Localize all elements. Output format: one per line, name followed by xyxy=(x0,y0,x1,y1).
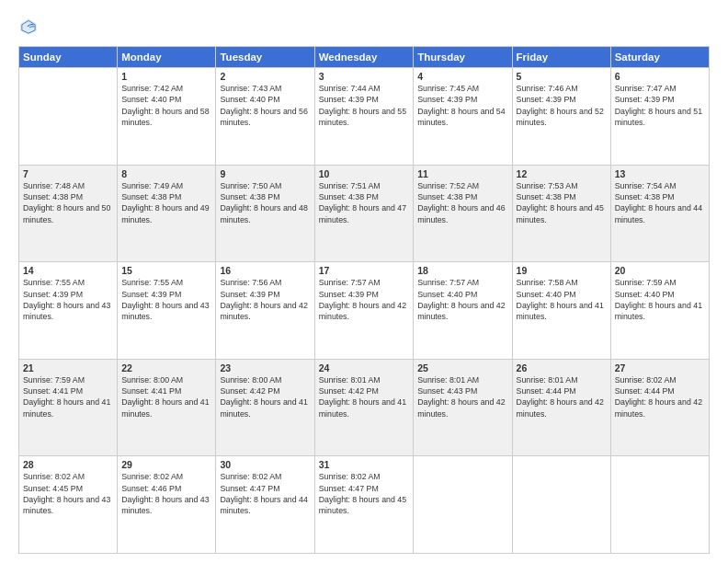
day-number: 27 xyxy=(615,362,705,373)
col-wednesday: Wednesday xyxy=(314,47,414,68)
day-info: Sunrise: 7:44 AM Sunset: 4:39 PM Dayligh… xyxy=(319,83,410,128)
day-cell: 27Sunrise: 8:02 AM Sunset: 4:44 PM Dayli… xyxy=(610,359,709,456)
day-cell xyxy=(610,456,709,554)
day-info: Sunrise: 7:43 AM Sunset: 4:40 PM Dayligh… xyxy=(220,83,310,128)
day-cell: 19Sunrise: 7:58 AM Sunset: 4:40 PM Dayli… xyxy=(512,262,610,360)
day-number: 12 xyxy=(517,168,607,179)
day-number: 19 xyxy=(517,265,607,276)
logo xyxy=(18,17,40,37)
page: Sunday Monday Tuesday Wednesday Thursday… xyxy=(0,0,728,563)
day-number: 2 xyxy=(220,71,310,82)
day-cell: 16Sunrise: 7:56 AM Sunset: 4:39 PM Dayli… xyxy=(216,262,314,360)
day-cell: 7Sunrise: 7:48 AM Sunset: 4:38 PM Daylig… xyxy=(19,165,118,262)
calendar-table: Sunday Monday Tuesday Wednesday Thursday… xyxy=(18,46,710,554)
day-cell: 14Sunrise: 7:55 AM Sunset: 4:39 PM Dayli… xyxy=(19,262,118,360)
day-info: Sunrise: 7:52 AM Sunset: 4:38 PM Dayligh… xyxy=(417,180,507,225)
col-saturday: Saturday xyxy=(610,47,709,68)
day-cell: 21Sunrise: 7:59 AM Sunset: 4:41 PM Dayli… xyxy=(19,359,118,456)
day-info: Sunrise: 8:00 AM Sunset: 4:41 PM Dayligh… xyxy=(121,374,211,419)
day-info: Sunrise: 7:59 AM Sunset: 4:41 PM Dayligh… xyxy=(23,374,113,419)
day-cell: 12Sunrise: 7:53 AM Sunset: 4:38 PM Dayli… xyxy=(512,165,610,262)
day-info: Sunrise: 7:56 AM Sunset: 4:39 PM Dayligh… xyxy=(220,277,310,322)
day-info: Sunrise: 7:46 AM Sunset: 4:39 PM Dayligh… xyxy=(517,83,607,128)
day-cell: 10Sunrise: 7:51 AM Sunset: 4:38 PM Dayli… xyxy=(314,165,414,262)
day-info: Sunrise: 8:02 AM Sunset: 4:47 PM Dayligh… xyxy=(319,471,410,516)
day-cell: 28Sunrise: 8:02 AM Sunset: 4:45 PM Dayli… xyxy=(19,456,118,554)
day-info: Sunrise: 8:02 AM Sunset: 4:44 PM Dayligh… xyxy=(615,374,705,419)
col-thursday: Thursday xyxy=(414,47,512,68)
header-row: Sunday Monday Tuesday Wednesday Thursday… xyxy=(19,47,710,68)
day-cell: 30Sunrise: 8:02 AM Sunset: 4:47 PM Dayli… xyxy=(216,456,314,554)
day-info: Sunrise: 7:59 AM Sunset: 4:40 PM Dayligh… xyxy=(615,277,705,322)
day-info: Sunrise: 8:02 AM Sunset: 4:46 PM Dayligh… xyxy=(121,471,211,516)
day-number: 13 xyxy=(615,168,705,179)
day-info: Sunrise: 7:57 AM Sunset: 4:39 PM Dayligh… xyxy=(319,277,410,322)
day-number: 9 xyxy=(220,168,310,179)
day-cell: 3Sunrise: 7:44 AM Sunset: 4:39 PM Daylig… xyxy=(314,68,414,166)
day-cell: 9Sunrise: 7:50 AM Sunset: 4:38 PM Daylig… xyxy=(216,165,314,262)
week-row-4: 28Sunrise: 8:02 AM Sunset: 4:45 PM Dayli… xyxy=(19,456,710,554)
day-cell: 25Sunrise: 8:01 AM Sunset: 4:43 PM Dayli… xyxy=(414,359,512,456)
day-cell: 18Sunrise: 7:57 AM Sunset: 4:40 PM Dayli… xyxy=(414,262,512,360)
day-number: 8 xyxy=(121,168,211,179)
day-info: Sunrise: 7:55 AM Sunset: 4:39 PM Dayligh… xyxy=(23,277,113,322)
day-number: 28 xyxy=(23,459,113,470)
day-info: Sunrise: 7:47 AM Sunset: 4:39 PM Dayligh… xyxy=(615,83,705,128)
day-cell: 6Sunrise: 7:47 AM Sunset: 4:39 PM Daylig… xyxy=(610,68,709,166)
day-number: 5 xyxy=(517,71,607,82)
day-number: 29 xyxy=(121,459,211,470)
day-number: 11 xyxy=(417,168,507,179)
col-sunday: Sunday xyxy=(19,47,118,68)
day-cell: 1Sunrise: 7:42 AM Sunset: 4:40 PM Daylig… xyxy=(118,68,216,166)
day-info: Sunrise: 7:42 AM Sunset: 4:40 PM Dayligh… xyxy=(121,83,211,128)
day-cell: 13Sunrise: 7:54 AM Sunset: 4:38 PM Dayli… xyxy=(610,165,709,262)
day-info: Sunrise: 8:02 AM Sunset: 4:45 PM Dayligh… xyxy=(23,471,113,516)
day-info: Sunrise: 7:45 AM Sunset: 4:39 PM Dayligh… xyxy=(417,83,507,128)
week-row-1: 7Sunrise: 7:48 AM Sunset: 4:38 PM Daylig… xyxy=(19,165,710,262)
day-cell: 4Sunrise: 7:45 AM Sunset: 4:39 PM Daylig… xyxy=(414,68,512,166)
day-number: 17 xyxy=(319,265,410,276)
week-row-3: 21Sunrise: 7:59 AM Sunset: 4:41 PM Dayli… xyxy=(19,359,710,456)
day-info: Sunrise: 7:48 AM Sunset: 4:38 PM Dayligh… xyxy=(23,180,113,225)
day-number: 21 xyxy=(23,362,113,373)
week-row-0: 1Sunrise: 7:42 AM Sunset: 4:40 PM Daylig… xyxy=(19,68,710,166)
day-cell: 5Sunrise: 7:46 AM Sunset: 4:39 PM Daylig… xyxy=(512,68,610,166)
day-info: Sunrise: 7:55 AM Sunset: 4:39 PM Dayligh… xyxy=(121,277,211,322)
day-cell: 20Sunrise: 7:59 AM Sunset: 4:40 PM Dayli… xyxy=(610,262,709,360)
day-info: Sunrise: 7:50 AM Sunset: 4:38 PM Dayligh… xyxy=(220,180,310,225)
day-number: 25 xyxy=(417,362,507,373)
header xyxy=(18,17,710,37)
day-number: 3 xyxy=(319,71,410,82)
day-info: Sunrise: 7:51 AM Sunset: 4:38 PM Dayligh… xyxy=(319,180,410,225)
day-cell: 2Sunrise: 7:43 AM Sunset: 4:40 PM Daylig… xyxy=(216,68,314,166)
day-cell xyxy=(414,456,512,554)
day-number: 1 xyxy=(121,71,211,82)
day-info: Sunrise: 8:02 AM Sunset: 4:47 PM Dayligh… xyxy=(220,471,310,516)
day-number: 23 xyxy=(220,362,310,373)
day-number: 26 xyxy=(517,362,607,373)
day-cell xyxy=(19,68,118,166)
day-cell: 31Sunrise: 8:02 AM Sunset: 4:47 PM Dayli… xyxy=(314,456,414,554)
day-number: 22 xyxy=(121,362,211,373)
col-tuesday: Tuesday xyxy=(216,47,314,68)
day-cell: 17Sunrise: 7:57 AM Sunset: 4:39 PM Dayli… xyxy=(314,262,414,360)
day-number: 31 xyxy=(319,459,410,470)
day-info: Sunrise: 8:01 AM Sunset: 4:42 PM Dayligh… xyxy=(319,374,410,419)
day-info: Sunrise: 7:54 AM Sunset: 4:38 PM Dayligh… xyxy=(615,180,705,225)
day-cell: 11Sunrise: 7:52 AM Sunset: 4:38 PM Dayli… xyxy=(414,165,512,262)
day-info: Sunrise: 8:01 AM Sunset: 4:44 PM Dayligh… xyxy=(517,374,607,419)
day-cell: 22Sunrise: 8:00 AM Sunset: 4:41 PM Dayli… xyxy=(118,359,216,456)
day-cell: 23Sunrise: 8:00 AM Sunset: 4:42 PM Dayli… xyxy=(216,359,314,456)
day-number: 24 xyxy=(319,362,410,373)
day-number: 18 xyxy=(417,265,507,276)
day-number: 10 xyxy=(319,168,410,179)
day-cell: 29Sunrise: 8:02 AM Sunset: 4:46 PM Dayli… xyxy=(118,456,216,554)
day-info: Sunrise: 8:01 AM Sunset: 4:43 PM Dayligh… xyxy=(417,374,507,419)
day-info: Sunrise: 7:53 AM Sunset: 4:38 PM Dayligh… xyxy=(517,180,607,225)
day-info: Sunrise: 7:49 AM Sunset: 4:38 PM Dayligh… xyxy=(121,180,211,225)
day-cell: 15Sunrise: 7:55 AM Sunset: 4:39 PM Dayli… xyxy=(118,262,216,360)
day-number: 20 xyxy=(615,265,705,276)
col-monday: Monday xyxy=(118,47,216,68)
day-cell: 24Sunrise: 8:01 AM Sunset: 4:42 PM Dayli… xyxy=(314,359,414,456)
day-number: 6 xyxy=(615,71,705,82)
